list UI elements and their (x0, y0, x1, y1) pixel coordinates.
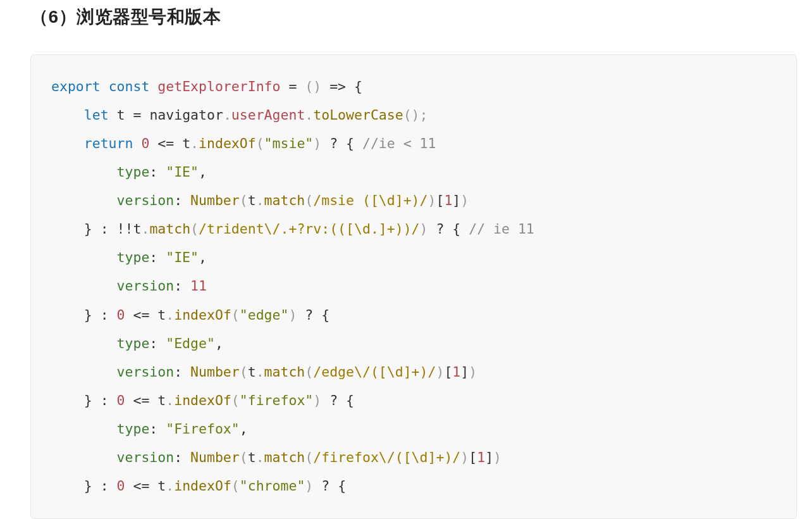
code-line: return 0 <= t.indexOf("msie") ? { //ie <… (51, 135, 436, 151)
code-line: type: "IE", (51, 164, 207, 180)
code-line: version: Number(t.match(/msie ([\d]+)/)[… (51, 192, 469, 208)
code-content: export const getExplorerInfo = () => { l… (51, 78, 534, 494)
code-line: type: "Edge", (51, 335, 223, 351)
code-line: version: 11 (51, 278, 207, 294)
code-line: } : !!t.match(/trident\/.+?rv:(([\d.]+))… (51, 221, 534, 237)
code-line: version: Number(t.match(/firefox\/([\d]+… (51, 449, 501, 465)
code-line: type: "Firefox", (51, 421, 248, 437)
code-line: let t = navigator.userAgent.toLowerCase(… (51, 107, 428, 123)
code-line: export const getExplorerInfo = () => { (51, 78, 362, 94)
code-line: version: Number(t.match(/edge\/([\d]+)/)… (51, 364, 477, 380)
section-heading: （6）浏览器型号和版本 (30, 5, 797, 29)
code-line: } : 0 <= t.indexOf("chrome") ? { (51, 478, 346, 494)
code-line: type: "IE", (51, 249, 207, 265)
code-line: } : 0 <= t.indexOf("edge") ? { (51, 307, 329, 323)
code-line: } : 0 <= t.indexOf("firefox") ? { (51, 392, 354, 408)
code-block: export const getExplorerInfo = () => { l… (30, 54, 797, 519)
